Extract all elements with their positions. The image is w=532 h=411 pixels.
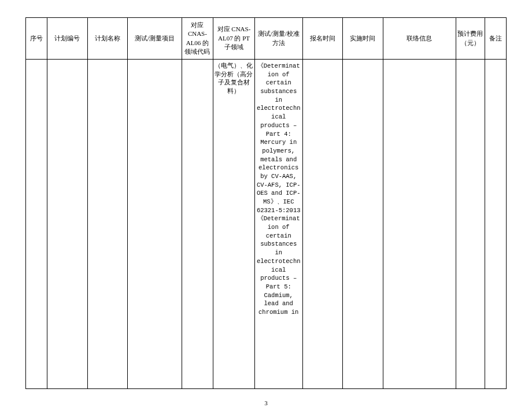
header-al06: 对应 CNAS-AL06 的领域代码 (182, 18, 213, 60)
table-row: （电气）、化学分析（高分子及复合材料） 《Determination of ce… (26, 60, 507, 389)
header-plan-code: 计划编号 (47, 18, 87, 60)
header-impl-time: 实施时间 (343, 18, 383, 60)
header-seq: 序号 (26, 18, 47, 60)
page-number: 3 (0, 399, 532, 406)
cell-test-item (128, 60, 182, 389)
header-remark: 备注 (485, 18, 506, 60)
cell-plan-name (87, 60, 128, 389)
header-signup-time: 报名时间 (302, 18, 343, 60)
header-method: 测试/测量/校准方法 (254, 18, 302, 60)
cell-seq (26, 60, 47, 389)
cell-remark (485, 60, 506, 389)
cell-impl-time (343, 60, 383, 389)
cell-plan-code (47, 60, 87, 389)
cell-method: 《Determination of certain substances in … (254, 60, 302, 389)
table-header-row: 序号 计划编号 计划名称 测试/测量项目 对应 CNAS-AL06 的领域代码 … (26, 18, 507, 60)
header-cost: 预计费用（元） (456, 18, 485, 60)
header-al07: 对应 CNAS-AL07 的 PT 子领域 (213, 18, 255, 60)
cell-cost (456, 60, 485, 389)
cell-al06 (182, 60, 213, 389)
header-contact: 联络信息 (383, 18, 456, 60)
header-test-item: 测试/测量项目 (128, 18, 182, 60)
data-table: 序号 计划编号 计划名称 测试/测量项目 对应 CNAS-AL06 的领域代码 … (25, 17, 507, 389)
cell-al07: （电气）、化学分析（高分子及复合材料） (213, 60, 255, 389)
header-plan-name: 计划名称 (87, 18, 128, 60)
cell-signup-time (302, 60, 343, 389)
cell-contact (383, 60, 456, 389)
